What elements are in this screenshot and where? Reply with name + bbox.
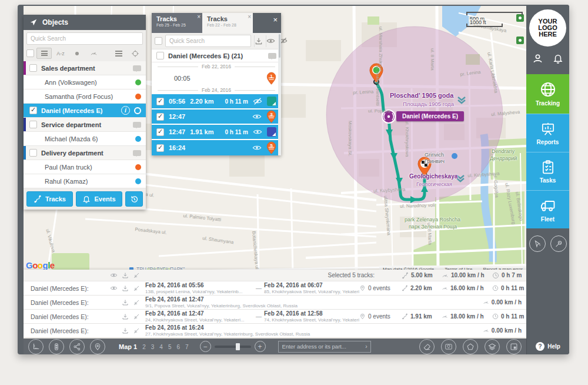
mute-icon[interactable] (133, 327, 140, 334)
zoom-in-button[interactable]: + (255, 341, 266, 352)
track-checkbox[interactable] (156, 98, 164, 105)
tracks-search-input[interactable] (165, 35, 251, 47)
apps-button[interactable] (529, 235, 546, 252)
download-icon[interactable] (122, 299, 129, 306)
monitoring-options-button[interactable] (128, 48, 143, 59)
mute-icon[interactable] (133, 285, 140, 292)
map-page-active[interactable]: Map 1 (119, 343, 137, 350)
object-row-ann[interactable]: Ann (Volkswagen) (24, 75, 146, 89)
filter-settings-button[interactable] (111, 48, 126, 59)
traffic-button[interactable] (49, 339, 64, 354)
group-row-service[interactable]: Service department (24, 118, 146, 132)
tab-tracks-feb22[interactable]: × Tracks Feb 22 - Feb 28 (202, 13, 253, 33)
track-row-1247a[interactable]: 12:47 3 (152, 109, 281, 125)
dot-sort-button[interactable] (69, 48, 85, 59)
locator-button[interactable] (441, 339, 456, 354)
track-group-checkbox[interactable] (156, 52, 164, 59)
eye-icon[interactable] (110, 284, 118, 292)
help-button[interactable]: ? Help (526, 338, 569, 354)
chat-icon[interactable] (133, 150, 141, 156)
object-row-michael[interactable]: Michael (Mazda 6) (24, 132, 146, 146)
map-page[interactable]: 2 (142, 344, 146, 350)
eye-icon[interactable] (253, 127, 262, 137)
table-row[interactable]: Daniel (Mercedes E): Feb 24, 2016 at 12:… (24, 295, 526, 309)
track-row-1624[interactable]: 16:24 5 (152, 140, 281, 155)
chat-icon[interactable] (268, 53, 276, 59)
map-page[interactable]: 4 (159, 344, 163, 350)
group-row-delivery[interactable]: Delivery department (24, 146, 146, 160)
ruler-button[interactable] (28, 339, 44, 354)
group-checkbox[interactable] (29, 149, 37, 157)
poi-button[interactable] (90, 339, 105, 354)
track-row-0005[interactable]: 00:05 1 (152, 71, 281, 86)
group-checkbox[interactable] (29, 121, 37, 128)
track-color-swatch[interactable] (267, 127, 276, 137)
events-pin[interactable]: 3 (266, 110, 276, 123)
sensor-sort-button[interactable] (86, 48, 101, 59)
map-page[interactable]: 7 (185, 344, 189, 350)
info-icon[interactable]: i (121, 106, 130, 115)
eye-icon[interactable] (252, 112, 262, 121)
eraser-button[interactable] (419, 339, 435, 354)
minimap-button[interactable] (506, 339, 522, 354)
mute-icon[interactable] (133, 272, 140, 279)
nav-fleet[interactable]: Fleet (526, 190, 569, 228)
eye-off-icon[interactable] (253, 97, 262, 106)
tools-button[interactable] (550, 235, 567, 252)
zoom-slider[interactable] (215, 346, 251, 348)
eye-icon[interactable] (252, 143, 262, 152)
group-row-sales[interactable]: Sales department (24, 61, 146, 75)
track-color-swatch[interactable] (267, 97, 276, 106)
user-icon[interactable] (532, 53, 543, 64)
geofence-button[interactable] (463, 339, 478, 354)
zoom-slider-handle[interactable] (236, 343, 240, 350)
tracks-button[interactable]: Tracks (26, 191, 73, 207)
download-icon[interactable] (122, 272, 129, 279)
map-page[interactable]: 5 (168, 344, 172, 350)
track-group-header[interactable]: Daniel (Mercedes E) (21) (152, 49, 281, 62)
nav-reports[interactable]: Reports (526, 114, 569, 152)
track-checkbox[interactable] (156, 128, 164, 136)
tab-close-icon[interactable]: × (248, 14, 251, 20)
export-button[interactable] (254, 35, 263, 47)
map-page[interactable]: 3 (151, 344, 155, 350)
nav-tasks[interactable]: Tasks (526, 152, 569, 190)
download-icon[interactable] (122, 285, 129, 292)
group-checkbox[interactable] (29, 64, 37, 72)
track-row-1247b[interactable]: 12:47 1.91 km 0 h 11 m (152, 125, 281, 140)
download-icon[interactable] (122, 313, 129, 320)
address-input[interactable] (279, 343, 366, 350)
table-row[interactable]: Daniel (Mercedes E): Feb 24, 2016 at 12:… (24, 309, 526, 323)
objects-panel-header[interactable]: Objects (24, 15, 146, 30)
unit-map-label[interactable]: Daniel (Mercedes E) (396, 111, 464, 121)
events-pin[interactable]: 1 (266, 72, 276, 85)
object-row-paul[interactable]: Paul (Man truck) (24, 160, 146, 174)
object-row-rahul[interactable]: Rahul (Kamaz) (24, 174, 146, 188)
notifications-icon[interactable] (553, 53, 563, 64)
share-location-button[interactable] (69, 339, 85, 354)
chat-icon[interactable] (133, 65, 141, 71)
object-row-samantha[interactable]: Samantha (Ford Focus) (24, 89, 146, 104)
track-checkbox[interactable] (156, 113, 164, 121)
events-pin[interactable]: 5 (266, 141, 276, 154)
address-go-button[interactable]: › (365, 343, 370, 350)
eye-icon[interactable] (110, 271, 118, 279)
chat-icon[interactable] (133, 122, 141, 128)
show-all-button[interactable] (266, 35, 275, 47)
zoom-out-button[interactable]: − (200, 341, 211, 352)
tab-close-icon[interactable]: × (197, 14, 201, 20)
sort-az-button[interactable]: A-z (53, 48, 68, 59)
tab-tracks-feb25[interactable]: × Tracks Feb 25 - Feb 25 (152, 13, 202, 33)
track-checkbox[interactable] (156, 144, 164, 152)
nav-tracking[interactable]: Tracking (526, 74, 569, 114)
tracks-scrollbar[interactable] (278, 33, 281, 155)
mute-icon[interactable] (133, 299, 140, 306)
track-row-0556[interactable]: 05:56 2.20 km 0 h 11 m (152, 94, 281, 109)
object-checkbox[interactable] (29, 107, 37, 114)
download-icon[interactable] (122, 327, 129, 334)
tracks-select-all-checkbox[interactable] (155, 37, 162, 45)
map-page[interactable]: 6 (176, 344, 180, 350)
mute-icon[interactable] (133, 313, 140, 320)
history-button[interactable] (125, 191, 143, 207)
logo[interactable]: YOUR LOGO HERE (529, 9, 566, 47)
